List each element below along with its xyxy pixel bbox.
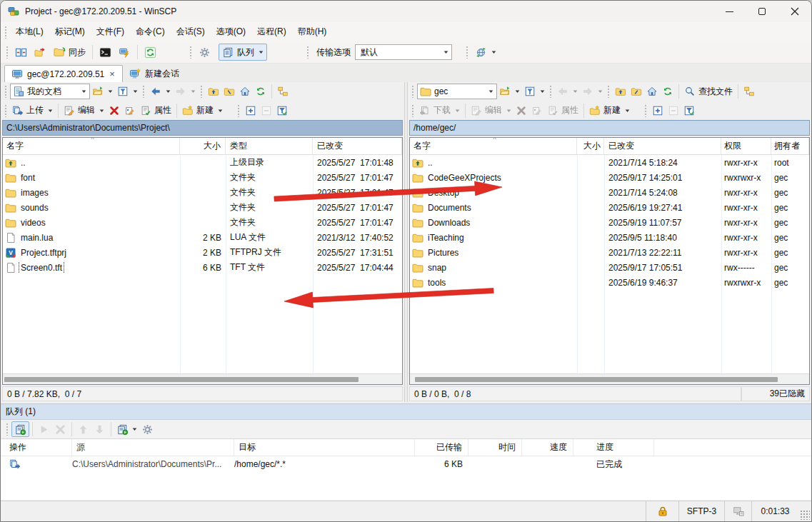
remote-refresh-button[interactable]	[660, 84, 676, 99]
file-row[interactable]: images文件夹2025/5/27 17:01:47	[3, 185, 402, 200]
local-drive-combo[interactable]: 我的文档	[10, 84, 90, 99]
file-row[interactable]: VProject.tftprj2 KBTFTPRJ 文件2025/5/27 17…	[3, 245, 402, 260]
column-header-type[interactable]: 类型	[226, 138, 313, 154]
file-row[interactable]: sounds文件夹2025/5/27 17:01:47	[3, 200, 402, 215]
remote-parent-directory-button[interactable]	[613, 84, 628, 99]
file-row[interactable]: font文件夹2025/5/27 17:01:47	[3, 170, 402, 185]
file-row[interactable]: ..上级目录2025/5/27 17:01:48	[3, 155, 402, 170]
menu-options[interactable]: 选项(O)	[211, 23, 251, 41]
local-new-button[interactable]: 新建	[180, 103, 225, 119]
remote-open-directory-button[interactable]	[497, 84, 522, 99]
open-terminal-button[interactable]	[96, 44, 115, 61]
remote-properties-button[interactable]: 属性	[545, 103, 581, 119]
column-header-modified[interactable]: 已改变	[313, 138, 402, 154]
file-row[interactable]: CodeGeeXProjects2025/9/17 14:25:01rwxrwx…	[410, 170, 809, 185]
local-back-button[interactable]	[148, 84, 173, 99]
file-row[interactable]: Desktop2021/7/14 5:24:08rwxr-xr-xgec	[410, 185, 809, 200]
minimize-button[interactable]	[713, 1, 746, 22]
remote-drive-combo[interactable]: gec	[417, 84, 497, 99]
tab-session[interactable]: gec@172.20.209.51 ×	[4, 65, 123, 82]
preferences-button[interactable]	[195, 44, 214, 61]
remote-path-bar[interactable]: /home/gec/	[409, 120, 810, 136]
remote-back-button[interactable]	[555, 84, 580, 99]
remote-tree-button[interactable]	[741, 84, 757, 99]
file-row[interactable]: ..2021/7/14 5:18:24rwxr-xr-xroot	[410, 155, 809, 170]
open-session-button[interactable]	[115, 44, 134, 61]
queue-preferences-button[interactable]	[139, 421, 156, 437]
remote-home-directory-button[interactable]	[644, 84, 660, 99]
local-open-directory-button[interactable]	[90, 84, 115, 99]
column-header-permissions[interactable]: 权限	[721, 138, 771, 154]
queue-move-up-button[interactable]	[75, 421, 91, 437]
remote-edit-button[interactable]: 编辑	[468, 103, 513, 119]
queue-row[interactable]: C:\Users\Administrator\Documents\Pr.../h…	[1, 456, 811, 472]
queue-column-operation[interactable]: 操作	[1, 439, 72, 456]
find-files-button[interactable]: 查找文件	[682, 84, 735, 99]
file-row[interactable]: videos文件夹2025/5/27 17:01:47	[3, 215, 402, 230]
local-properties-button[interactable]: 属性	[138, 103, 174, 119]
close-button[interactable]	[778, 1, 811, 22]
menu-session[interactable]: 会话(S)	[171, 23, 211, 41]
remote-rename-button[interactable]	[529, 103, 545, 119]
local-path-bar[interactable]: C:\Users\Administrator\Documents\Project…	[2, 120, 403, 136]
tab-close-icon[interactable]: ×	[109, 69, 116, 79]
menu-help[interactable]: 帮助(H)	[292, 23, 333, 41]
remote-root-directory-button[interactable]	[628, 84, 644, 99]
transfer-preset-combo[interactable]: 默认	[355, 44, 452, 60]
menu-mark[interactable]: 标记(M)	[49, 23, 91, 41]
refresh-session-button[interactable]	[141, 44, 160, 61]
synchronize-browsing-button[interactable]	[31, 44, 50, 61]
column-header-size[interactable]: 大小	[180, 138, 226, 154]
maximize-button[interactable]	[746, 1, 778, 22]
protocol-cell[interactable]: SFTP-3	[678, 501, 724, 521]
local-home-directory-button[interactable]	[237, 84, 253, 99]
local-tree-button[interactable]	[275, 84, 291, 99]
local-delete-button[interactable]	[106, 103, 122, 119]
remote-forward-button[interactable]	[580, 84, 605, 99]
queue-processing-button[interactable]	[114, 421, 139, 437]
queue-toggle-button[interactable]: 队列	[219, 44, 267, 61]
download-button[interactable]: 下载	[417, 103, 462, 119]
remote-select-button[interactable]	[650, 103, 666, 119]
local-select-filter-button[interactable]	[274, 103, 290, 119]
toggle-panels-button[interactable]	[11, 44, 31, 61]
local-refresh-button[interactable]	[253, 84, 269, 99]
file-row[interactable]: Pictures2021/7/13 22:22:11rwxr-xr-xgec	[410, 245, 809, 260]
scrollbar-thumb[interactable]	[4, 377, 359, 382]
remote-filter-button[interactable]	[522, 84, 547, 99]
transfer-settings-button[interactable]	[471, 44, 500, 61]
column-header-name[interactable]: 名字^	[3, 138, 180, 154]
local-select-button[interactable]	[243, 103, 259, 119]
column-header-name[interactable]: 名字^	[410, 138, 577, 154]
file-row[interactable]: snap2025/9/17 17:05:51rwx------gec	[410, 260, 809, 275]
file-row[interactable]: tools2025/6/19 9:46:37rwxrwxr-xgec	[410, 275, 809, 290]
queue-column-time[interactable]: 时间	[468, 439, 522, 456]
menu-file[interactable]: 文件(F)	[91, 23, 130, 41]
file-row[interactable]: iTeaching2025/9/5 11:18:40rwxr-xr-xgec	[410, 230, 809, 245]
local-forward-button[interactable]	[173, 84, 198, 99]
queue-resume-button[interactable]	[36, 421, 52, 437]
file-row[interactable]: Screen0.tft6 KBTFT 文件2025/5/27 17:04:44	[3, 260, 402, 275]
menu-local[interactable]: 本地(L)	[10, 23, 49, 41]
menu-command[interactable]: 命令(C)	[130, 23, 171, 41]
column-header-owner[interactable]: 拥有者	[771, 138, 809, 154]
local-root-directory-button[interactable]	[221, 84, 237, 99]
column-header-size[interactable]: 大小	[577, 138, 604, 154]
encryption-cell[interactable]	[646, 501, 678, 521]
remote-select-filter-button[interactable]	[681, 103, 697, 119]
queue-column-transferred[interactable]: 已传输	[415, 439, 468, 456]
resize-grip[interactable]	[800, 510, 810, 520]
column-header-modified[interactable]: 已改变	[604, 138, 721, 154]
file-row[interactable]: Downloads2025/9/19 11:07:57rwxr-xr-xgec	[410, 215, 809, 230]
local-filter-button[interactable]	[115, 84, 140, 99]
scrollbar-thumb[interactable]	[415, 377, 778, 382]
local-unselect-button[interactable]	[259, 103, 274, 119]
menu-remote[interactable]: 远程(R)	[251, 23, 292, 41]
local-parent-directory-button[interactable]	[206, 84, 221, 99]
local-rename-button[interactable]	[122, 103, 138, 119]
local-edit-button[interactable]: 编辑	[61, 103, 106, 119]
queue-delete-button[interactable]	[52, 421, 69, 437]
server-status-cell[interactable]	[724, 501, 751, 521]
queue-move-down-button[interactable]	[91, 421, 108, 437]
tab-new-session[interactable]: 新建会话	[123, 65, 186, 82]
